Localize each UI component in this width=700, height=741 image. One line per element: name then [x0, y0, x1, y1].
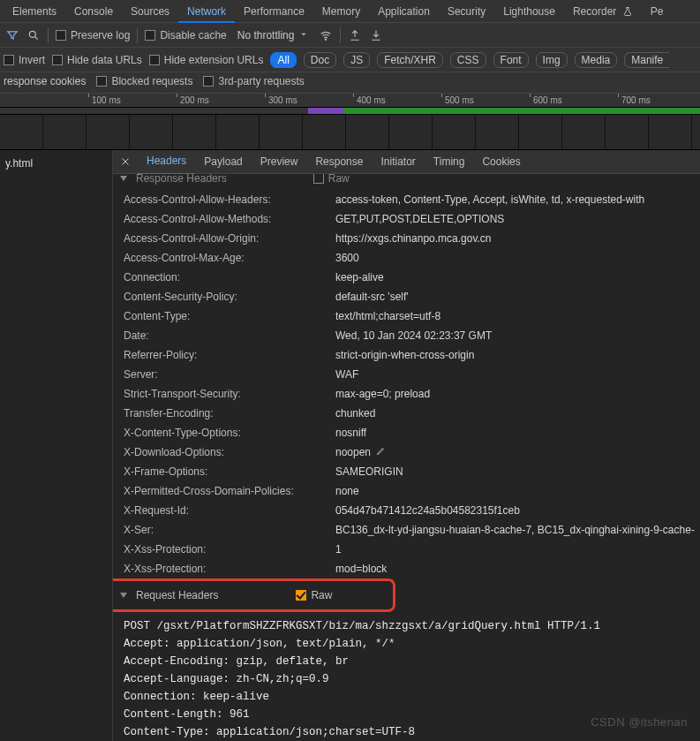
- header-key: Server:: [124, 367, 335, 382]
- request-row[interactable]: y.html: [0, 150, 112, 177]
- header-value: 054d47b471412c24a5b04582315f1ceb: [335, 503, 700, 518]
- detail-tab-headers[interactable]: Headers: [138, 149, 195, 174]
- filter-chip-font[interactable]: Font: [493, 52, 529, 68]
- wifi-icon[interactable]: [319, 28, 333, 42]
- header-key: Transfer-Encoding:: [124, 405, 335, 421]
- preserve-log-checkbox[interactable]: Preserve log: [56, 29, 130, 42]
- filter-chip-css[interactable]: CSS: [450, 52, 486, 68]
- header-row: Transfer-Encoding:chunked: [124, 404, 700, 423]
- upload-icon[interactable]: [348, 28, 362, 42]
- hide-data-urls-checkbox[interactable]: Hide data URLs: [52, 54, 142, 66]
- header-row: X-Download-Options:noopen: [124, 442, 700, 462]
- header-row: X-Ser:BC136_dx-lt-yd-jiangsu-huaian-8-ca…: [124, 520, 700, 540]
- response-headers-section[interactable]: Response Headers Raw: [113, 174, 700, 188]
- request-list: y.html: [0, 150, 113, 741]
- header-row: X-Xss-Protection:1: [124, 540, 700, 559]
- chevron-down-icon: [120, 176, 127, 181]
- tab-performance[interactable]: Performance: [235, 0, 313, 23]
- third-party-checkbox[interactable]: 3rd-party requests: [203, 75, 304, 87]
- filter-chip-doc[interactable]: Doc: [304, 52, 336, 68]
- blocked-requests-checkbox[interactable]: Blocked requests: [96, 75, 192, 87]
- separator: [48, 27, 49, 43]
- watermark: CSDN @itshenan: [591, 715, 688, 729]
- checkbox-icon: [145, 30, 155, 41]
- header-value: SAMEORIGIN: [335, 464, 700, 480]
- tab-overflow[interactable]: Pe: [642, 0, 673, 23]
- filter-chip-img[interactable]: Img: [536, 52, 568, 68]
- tab-network[interactable]: Network: [178, 0, 235, 23]
- header-value: chunked: [335, 405, 700, 421]
- header-key: X-Xss-Protection:: [124, 561, 335, 577]
- checkbox-icon: [313, 174, 324, 184]
- header-value: mod=block: [335, 561, 700, 577]
- funnel-icon[interactable]: [5, 28, 19, 42]
- detail-tab-initiator[interactable]: Initiator: [372, 150, 424, 174]
- preserve-log-label: Preserve log: [71, 29, 130, 42]
- tick-label: 200 ms: [180, 95, 209, 105]
- tab-recorder[interactable]: Recorder: [564, 0, 642, 23]
- detail-tab-cookies[interactable]: Cookies: [473, 150, 529, 174]
- tab-lighthouse[interactable]: Lighthouse: [494, 0, 564, 23]
- header-row: X-Content-Type-Options:nosniff: [124, 423, 700, 442]
- header-key: X-Content-Type-Options:: [124, 425, 335, 441]
- header-value: 1: [335, 541, 700, 557]
- header-key: Access-Control-Allow-Origin:: [124, 231, 335, 246]
- header-value: strict-origin-when-cross-origin: [335, 347, 700, 363]
- header-row: Strict-Transport-Security:max-age=0; pre…: [124, 384, 700, 404]
- detail-tab-timing[interactable]: Timing: [425, 150, 474, 174]
- tick-label: 700 ms: [621, 95, 651, 105]
- header-row: Connection:keep-alive: [124, 268, 700, 287]
- header-key: X-Ser:: [124, 522, 335, 538]
- invert-checkbox[interactable]: Invert: [4, 54, 45, 66]
- disable-cache-checkbox[interactable]: Disable cache: [145, 29, 226, 42]
- tab-sources[interactable]: Sources: [122, 0, 178, 23]
- header-value: keep-alive: [335, 269, 700, 285]
- header-row: X-Xss-Protection:mod=block: [124, 559, 700, 578]
- third-party-label: 3rd-party requests: [218, 75, 304, 87]
- request-raw-checkbox[interactable]: Raw: [296, 589, 332, 601]
- close-icon[interactable]: [113, 150, 138, 174]
- header-key: Content-Security-Policy:: [124, 289, 335, 305]
- tab-console[interactable]: Console: [65, 0, 122, 23]
- header-value: nosniff: [335, 425, 700, 441]
- detail-tab-response[interactable]: Response: [306, 150, 372, 174]
- header-value: 3600: [335, 250, 700, 266]
- hide-extension-urls-checkbox[interactable]: Hide extension URLs: [149, 54, 264, 66]
- request-headers-section[interactable]: Request Headers Raw: [113, 580, 700, 610]
- search-icon[interactable]: [26, 28, 41, 42]
- header-value: Wed, 10 Jan 2024 02:23:37 GMT: [335, 328, 700, 344]
- filter-bar: Invert Hide data URLs Hide extension URL…: [0, 48, 700, 72]
- timeline-strip: [0, 108, 700, 115]
- header-key: Content-Type:: [124, 308, 335, 324]
- flask-icon: [622, 6, 633, 17]
- throttling-select[interactable]: No throttling: [234, 27, 312, 43]
- response-raw-checkbox[interactable]: Raw: [313, 174, 350, 185]
- filter-chip-manifest[interactable]: Manife: [624, 52, 669, 68]
- header-key: X-Request-Id:: [124, 503, 335, 518]
- header-value: GET,PUT,POST,DELETE,OPTIONS: [335, 211, 700, 227]
- pencil-icon[interactable]: [376, 444, 387, 460]
- hide-extension-urls-label: Hide extension URLs: [164, 54, 264, 66]
- header-key: Referrer-Policy:: [124, 347, 335, 363]
- timeline-overview[interactable]: [0, 115, 700, 150]
- filter-chip-media[interactable]: Media: [575, 52, 618, 68]
- header-key: Access-Control-Allow-Methods:: [124, 211, 335, 227]
- tab-memory[interactable]: Memory: [313, 0, 369, 23]
- detail-tab-payload[interactable]: Payload: [195, 150, 251, 174]
- tab-security[interactable]: Security: [439, 0, 494, 23]
- download-icon[interactable]: [369, 28, 383, 42]
- header-row: Access-Control-Max-Age:3600: [124, 248, 700, 268]
- filter-chip-all[interactable]: All: [270, 52, 296, 68]
- detail-tabstrip: Headers Payload Preview Response Initiat…: [113, 150, 700, 174]
- header-key: Access-Control-Allow-Headers:: [124, 192, 335, 208]
- tab-elements[interactable]: Elements: [4, 0, 65, 23]
- header-row: X-Permitted-Cross-Domain-Policies:none: [124, 481, 700, 501]
- detail-tab-preview[interactable]: Preview: [252, 150, 307, 174]
- filter-chip-fetchxhr[interactable]: Fetch/XHR: [377, 52, 443, 68]
- header-row: X-Request-Id:054d47b471412c24a5b04582315…: [124, 501, 700, 520]
- response-raw-label: Raw: [328, 174, 350, 185]
- filter-chip-js[interactable]: JS: [343, 52, 370, 68]
- tab-application[interactable]: Application: [369, 0, 439, 23]
- timeline-ruler[interactable]: 100 ms 200 ms 300 ms 400 ms 500 ms 600 m…: [0, 94, 700, 108]
- checkbox-checked-icon: [296, 590, 306, 601]
